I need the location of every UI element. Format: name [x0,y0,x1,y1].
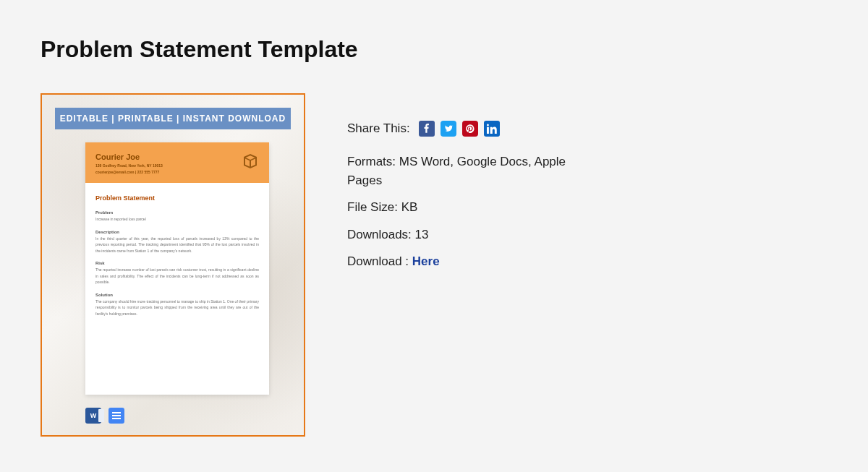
section-heading: Description [95,230,259,234]
format-icons: W [85,408,124,424]
formats-label: Formats: [347,155,399,168]
section-text: The company should hire more tracking pe… [95,299,259,317]
downloads-value: 13 [415,228,429,241]
facebook-icon[interactable] [419,121,435,137]
preview-banner: EDITABLE | PRINTABLE | INSTANT DOWNLOAD [55,108,291,129]
downloads-row: Downloads: 13 [347,226,586,244]
download-label: Download : [347,254,412,268]
download-row: Download : Here [347,252,586,271]
downloads-label: Downloads: [347,228,415,241]
download-link[interactable]: Here [412,254,440,268]
filesize-value: KB [401,200,418,214]
section-text: Increase in reported loss parcel [95,216,259,223]
doc-header: Courier Joe 139 Godfrey Road, New York, … [85,142,269,183]
formats-row: Formats: MS Word, Google Docs, Apple Pag… [347,153,586,189]
section-text: The reported increase number of lost par… [95,267,259,286]
section-problem: Problem Increase in reported loss parcel [95,210,259,223]
pinterest-icon[interactable] [462,121,478,137]
template-preview: EDITABLE | PRINTABLE | INSTANT DOWNLOAD … [41,93,305,437]
doc-brand: Courier Joe [95,153,259,161]
document-sheet: Courier Joe 139 Godfrey Road, New York, … [85,142,269,395]
twitter-icon[interactable] [441,121,456,137]
doc-contact: courierjoe@email.com | 222 555 7777 [95,170,259,174]
page-title: Problem Statement Template [41,36,827,63]
section-text: In the third quarter of this year, the r… [95,236,259,254]
doc-body: Problem Statement Problem Increase in re… [85,183,269,395]
filesize-label: File Size: [347,200,401,214]
section-heading: Risk [95,261,259,265]
google-docs-icon [109,408,124,424]
linkedin-icon[interactable] [484,121,500,137]
word-icon: W [85,408,101,424]
section-heading: Problem [95,210,259,215]
section-risk: Risk The reported increase number of los… [95,261,259,286]
doc-title: Problem Statement [95,194,259,202]
share-label: Share This: [347,121,410,136]
section-heading: Solution [95,293,259,297]
doc-address: 139 Godfrey Road, New York, NY 10013 [95,163,259,168]
share-row: Share This: [347,121,586,137]
section-description: Description In the third quarter of this… [95,230,259,254]
filesize-row: File Size: KB [347,198,586,217]
package-icon [242,153,259,170]
section-solution: Solution The company should hire more tr… [95,293,259,317]
info-panel: Share This: Formats: MS Word, Google Doc… [347,93,586,280]
doc-wrap: Courier Joe 139 Godfrey Road, New York, … [42,129,304,435]
content-row: EDITABLE | PRINTABLE | INSTANT DOWNLOAD … [41,93,827,437]
